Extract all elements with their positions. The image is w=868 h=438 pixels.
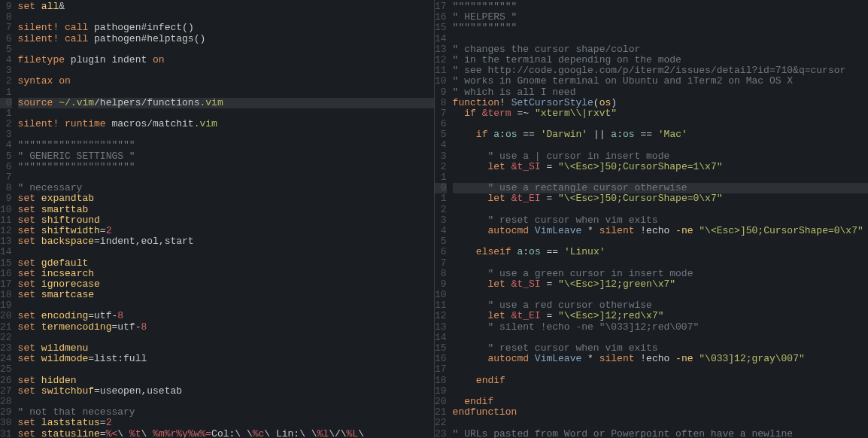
code-line[interactable]: """"""""""": [453, 23, 868, 33]
code-line[interactable]: if a:os == 'Darwin' || a:os == 'Mac': [453, 129, 868, 140]
code-line[interactable]: [453, 333, 868, 343]
code-line[interactable]: " in the terminal depending on the mode: [453, 55, 868, 65]
code-line[interactable]: silent! call pathogen#helptags(): [18, 34, 434, 44]
code-line[interactable]: """""""""""""""""""": [18, 140, 434, 151]
line-number-gutter-left: 9 8 7 6 5 4 3 2 1 0 1 2 3 4 5 6 7 8 9101…: [0, 0, 17, 438]
code-line[interactable]: " HELPERS ": [453, 12, 868, 23]
code-line[interactable]: endif: [453, 376, 868, 386]
code-line[interactable]: [18, 44, 434, 55]
code-line[interactable]: set wildmode=list:full: [18, 354, 434, 364]
code-area-right[interactable]: """""""""""" HELPERS """""""""""" " chan…: [451, 0, 868, 438]
code-line[interactable]: [18, 333, 434, 343]
code-line[interactable]: set smartcase: [18, 290, 434, 300]
code-line[interactable]: autocmd VimLeave * silent !echo -ne "\03…: [453, 354, 868, 364]
code-line[interactable]: " URLs pasted from Word or Powerpoint of…: [453, 429, 868, 439]
code-line[interactable]: let &t_EI = "\<Esc>]12;red\x7": [453, 311, 868, 321]
code-line[interactable]: filetype plugin indent on: [18, 55, 434, 65]
code-line[interactable]: " reset cursor when vim exits: [453, 343, 868, 354]
code-line[interactable]: [18, 397, 434, 407]
code-line[interactable]: " works in Gnome terminal on Ubuntu and …: [453, 76, 868, 87]
code-line[interactable]: function! SetCursorStyle(os): [453, 98, 868, 108]
code-line[interactable]: elseif a:os == 'Linux': [453, 247, 868, 257]
code-line[interactable]: [453, 258, 868, 269]
code-line[interactable]: [18, 300, 434, 311]
code-line[interactable]: syntax on: [18, 76, 434, 87]
code-line[interactable]: """""""""""""""""""": [18, 162, 434, 172]
code-line[interactable]: [18, 87, 434, 98]
code-line[interactable]: set hidden: [18, 376, 434, 386]
code-line[interactable]: " see http://code.google.com/p/iterm2/is…: [453, 65, 868, 76]
code-line[interactable]: " use a green cursor in insert mode: [453, 269, 868, 279]
code-line[interactable]: [18, 172, 434, 183]
code-line[interactable]: " GENERIC SETTINGS ": [18, 151, 434, 162]
code-line[interactable]: " reset cursor when vim exits: [453, 215, 868, 226]
code-line[interactable]: [453, 364, 868, 375]
code-line[interactable]: """"""""""": [453, 2, 868, 12]
code-line[interactable]: [18, 247, 434, 257]
code-line[interactable]: if &term =~ "xterm\\|rxvt": [453, 108, 868, 119]
code-line[interactable]: source ~/.vim/helpers/functions.vim: [18, 98, 434, 108]
code-line[interactable]: " changes the cursor shape/color: [453, 44, 868, 55]
code-line[interactable]: [453, 290, 868, 300]
code-line[interactable]: set ignorecase: [18, 279, 434, 290]
code-line[interactable]: [453, 140, 868, 151]
code-line[interactable]: let &t_SI = "\<Esc>]12;green\x7": [453, 279, 868, 290]
editor-pane-right[interactable]: 1716151413121110 9 8 7 6 5 4 3 2 1 0 1 2…: [435, 0, 868, 438]
code-line[interactable]: set backspace=indent,eol,start: [18, 236, 434, 247]
code-line[interactable]: " use a | cursor in insert mode: [453, 151, 868, 162]
code-line[interactable]: set encoding=utf-8: [18, 311, 434, 321]
code-line[interactable]: [18, 65, 434, 76]
code-line[interactable]: [453, 172, 868, 183]
code-line[interactable]: set incsearch: [18, 269, 434, 279]
code-line[interactable]: " necessary: [18, 183, 434, 193]
code-line[interactable]: " which is all I need: [453, 87, 868, 98]
code-area-left[interactable]: set all& silent! call pathogen#infect()s…: [17, 0, 434, 438]
code-line[interactable]: [453, 119, 868, 129]
code-line[interactable]: " not that necessary: [18, 407, 434, 418]
code-line[interactable]: set switchbuf=useopen,usetab: [18, 386, 434, 397]
code-line[interactable]: set gdefault: [18, 258, 434, 269]
code-line[interactable]: [453, 205, 868, 215]
code-line[interactable]: [18, 364, 434, 375]
code-line[interactable]: let &t_SI = "\<Esc>]50;CursorShape=1\x7": [453, 162, 868, 172]
code-line[interactable]: [453, 386, 868, 397]
editor-pane-left[interactable]: 9 8 7 6 5 4 3 2 1 0 1 2 3 4 5 6 7 8 9101…: [0, 0, 435, 438]
code-line[interactable]: endif: [453, 397, 868, 407]
code-line[interactable]: [18, 108, 434, 119]
code-line[interactable]: silent! runtime macros/matchit.vim: [18, 119, 434, 129]
code-line[interactable]: set shiftround: [18, 215, 434, 226]
code-line[interactable]: [453, 418, 868, 428]
code-line[interactable]: set all&: [18, 2, 434, 12]
code-line[interactable]: let &t_EI = "\<Esc>]50;CursorShape=0\x7": [453, 193, 868, 204]
code-line[interactable]: set smarttab: [18, 205, 434, 215]
code-line[interactable]: silent! call pathogen#infect(): [18, 23, 434, 33]
code-line[interactable]: [18, 12, 434, 23]
code-line[interactable]: endfunction: [453, 407, 868, 418]
code-line[interactable]: [18, 129, 434, 140]
code-line[interactable]: set shiftwidth=2: [18, 226, 434, 236]
code-line[interactable]: set statusline=%<\ %t\ %m%r%y%w%=Col:\ \…: [18, 429, 434, 439]
code-line[interactable]: set termencoding=utf-8: [18, 322, 434, 333]
code-line[interactable]: autocmd VimLeave * silent !echo -ne "\<E…: [453, 226, 868, 236]
line-number-gutter-right: 1716151413121110 9 8 7 6 5 4 3 2 1 0 1 2…: [435, 0, 451, 438]
code-line[interactable]: " use a rectangle cursor otherwise: [453, 183, 868, 193]
code-line[interactable]: " use a red cursor otherwise: [453, 300, 868, 311]
code-line[interactable]: set expandtab: [18, 193, 434, 204]
code-line[interactable]: set laststatus=2: [18, 418, 434, 428]
code-line[interactable]: set wildmenu: [18, 343, 434, 354]
code-line[interactable]: " silent !echo -ne "\033]12;red\007": [453, 322, 868, 333]
code-line[interactable]: [453, 236, 868, 247]
code-line[interactable]: [453, 34, 868, 44]
